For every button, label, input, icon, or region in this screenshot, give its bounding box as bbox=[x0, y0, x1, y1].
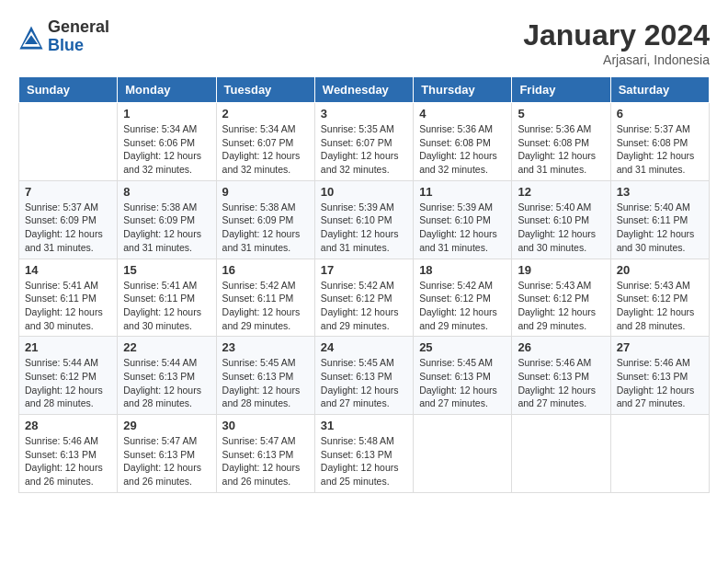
calendar-cell: 9Sunrise: 5:38 AM Sunset: 6:09 PM Daylig… bbox=[216, 180, 314, 259]
day-detail: Sunrise: 5:45 AM Sunset: 6:13 PM Dayligh… bbox=[419, 356, 506, 410]
calendar-cell: 21Sunrise: 5:44 AM Sunset: 6:12 PM Dayli… bbox=[19, 337, 118, 415]
day-number: 12 bbox=[518, 185, 604, 199]
day-number: 8 bbox=[123, 185, 210, 199]
calendar-cell bbox=[610, 415, 709, 493]
day-number: 16 bbox=[222, 263, 309, 277]
week-row-2: 7Sunrise: 5:37 AM Sunset: 6:09 PM Daylig… bbox=[19, 180, 710, 259]
day-number: 2 bbox=[222, 107, 309, 121]
calendar-cell bbox=[512, 415, 610, 493]
logo: General Blue bbox=[18, 18, 109, 55]
day-detail: Sunrise: 5:41 AM Sunset: 6:11 PM Dayligh… bbox=[25, 279, 111, 333]
logo-text: General Blue bbox=[48, 18, 109, 55]
day-detail: Sunrise: 5:42 AM Sunset: 6:11 PM Dayligh… bbox=[222, 279, 309, 333]
calendar-cell: 29Sunrise: 5:47 AM Sunset: 6:13 PM Dayli… bbox=[118, 415, 216, 493]
day-header-saturday: Saturday bbox=[610, 77, 709, 103]
title-block: January 2024 Arjasari, Indonesia bbox=[523, 18, 710, 67]
day-detail: Sunrise: 5:39 AM Sunset: 6:10 PM Dayligh… bbox=[419, 201, 506, 255]
calendar-cell: 24Sunrise: 5:45 AM Sunset: 6:13 PM Dayli… bbox=[314, 337, 413, 415]
day-number: 30 bbox=[222, 419, 309, 432]
day-detail: Sunrise: 5:42 AM Sunset: 6:12 PM Dayligh… bbox=[321, 279, 407, 333]
day-header-thursday: Thursday bbox=[414, 77, 512, 103]
day-number: 23 bbox=[222, 340, 309, 354]
calendar-cell: 1Sunrise: 5:34 AM Sunset: 6:06 PM Daylig… bbox=[118, 103, 216, 181]
calendar-cell: 15Sunrise: 5:41 AM Sunset: 6:11 PM Dayli… bbox=[118, 259, 216, 337]
logo-blue: Blue bbox=[48, 37, 109, 55]
logo-general: General bbox=[48, 18, 109, 37]
calendar-table: SundayMondayTuesdayWednesdayThursdayFrid… bbox=[18, 76, 710, 493]
day-detail: Sunrise: 5:34 AM Sunset: 6:06 PM Dayligh… bbox=[123, 122, 210, 177]
day-detail: Sunrise: 5:43 AM Sunset: 6:12 PM Dayligh… bbox=[518, 279, 604, 333]
calendar-cell: 6Sunrise: 5:37 AM Sunset: 6:08 PM Daylig… bbox=[610, 103, 709, 181]
day-number: 19 bbox=[518, 263, 604, 277]
day-number: 18 bbox=[419, 263, 506, 277]
week-row-3: 14Sunrise: 5:41 AM Sunset: 6:11 PM Dayli… bbox=[19, 259, 710, 337]
calendar-cell: 16Sunrise: 5:42 AM Sunset: 6:11 PM Dayli… bbox=[216, 259, 314, 337]
day-header-monday: Monday bbox=[118, 77, 216, 103]
day-detail: Sunrise: 5:38 AM Sunset: 6:09 PM Dayligh… bbox=[222, 201, 309, 255]
calendar-cell: 23Sunrise: 5:45 AM Sunset: 6:13 PM Dayli… bbox=[216, 337, 314, 415]
calendar-cell: 3Sunrise: 5:35 AM Sunset: 6:07 PM Daylig… bbox=[314, 103, 413, 181]
calendar-cell: 26Sunrise: 5:46 AM Sunset: 6:13 PM Dayli… bbox=[512, 337, 610, 415]
day-detail: Sunrise: 5:44 AM Sunset: 6:13 PM Dayligh… bbox=[123, 356, 210, 410]
day-detail: Sunrise: 5:40 AM Sunset: 6:10 PM Dayligh… bbox=[518, 201, 604, 255]
day-detail: Sunrise: 5:44 AM Sunset: 6:12 PM Dayligh… bbox=[25, 356, 111, 410]
day-header-friday: Friday bbox=[512, 77, 610, 103]
calendar-cell bbox=[19, 103, 118, 181]
day-number: 14 bbox=[25, 263, 111, 277]
day-detail: Sunrise: 5:39 AM Sunset: 6:10 PM Dayligh… bbox=[321, 201, 407, 255]
day-number: 21 bbox=[25, 340, 111, 354]
week-row-5: 28Sunrise: 5:46 AM Sunset: 6:13 PM Dayli… bbox=[19, 415, 710, 493]
calendar-cell: 8Sunrise: 5:38 AM Sunset: 6:09 PM Daylig… bbox=[118, 180, 216, 259]
calendar-cell: 14Sunrise: 5:41 AM Sunset: 6:11 PM Dayli… bbox=[19, 259, 118, 337]
day-number: 1 bbox=[123, 107, 210, 121]
day-detail: Sunrise: 5:48 AM Sunset: 6:13 PM Dayligh… bbox=[321, 434, 407, 488]
calendar-cell: 12Sunrise: 5:40 AM Sunset: 6:10 PM Dayli… bbox=[512, 180, 610, 259]
calendar-cell: 11Sunrise: 5:39 AM Sunset: 6:10 PM Dayli… bbox=[414, 180, 512, 259]
day-detail: Sunrise: 5:34 AM Sunset: 6:07 PM Dayligh… bbox=[222, 122, 309, 177]
day-detail: Sunrise: 5:38 AM Sunset: 6:09 PM Dayligh… bbox=[123, 201, 210, 255]
day-detail: Sunrise: 5:35 AM Sunset: 6:07 PM Dayligh… bbox=[321, 122, 407, 177]
day-detail: Sunrise: 5:40 AM Sunset: 6:11 PM Dayligh… bbox=[617, 201, 703, 255]
day-number: 22 bbox=[123, 340, 210, 354]
day-detail: Sunrise: 5:46 AM Sunset: 6:13 PM Dayligh… bbox=[25, 434, 111, 488]
calendar-cell: 27Sunrise: 5:46 AM Sunset: 6:13 PM Dayli… bbox=[610, 337, 709, 415]
day-number: 7 bbox=[25, 185, 111, 199]
calendar-cell: 17Sunrise: 5:42 AM Sunset: 6:12 PM Dayli… bbox=[314, 259, 413, 337]
day-detail: Sunrise: 5:36 AM Sunset: 6:08 PM Dayligh… bbox=[518, 122, 604, 177]
day-detail: Sunrise: 5:37 AM Sunset: 6:09 PM Dayligh… bbox=[25, 201, 111, 255]
day-header-wednesday: Wednesday bbox=[314, 77, 413, 103]
calendar-cell: 10Sunrise: 5:39 AM Sunset: 6:10 PM Dayli… bbox=[314, 180, 413, 259]
calendar-cell: 4Sunrise: 5:36 AM Sunset: 6:08 PM Daylig… bbox=[414, 103, 512, 181]
day-detail: Sunrise: 5:37 AM Sunset: 6:08 PM Dayligh… bbox=[617, 122, 703, 177]
day-number: 13 bbox=[617, 185, 703, 199]
calendar-header-row: SundayMondayTuesdayWednesdayThursdayFrid… bbox=[19, 77, 710, 103]
location: Arjasari, Indonesia bbox=[523, 52, 710, 67]
month-title: January 2024 bbox=[523, 18, 710, 52]
day-number: 5 bbox=[518, 107, 604, 121]
week-row-1: 1Sunrise: 5:34 AM Sunset: 6:06 PM Daylig… bbox=[19, 103, 710, 181]
calendar-cell: 31Sunrise: 5:48 AM Sunset: 6:13 PM Dayli… bbox=[314, 415, 413, 493]
calendar-body: 1Sunrise: 5:34 AM Sunset: 6:06 PM Daylig… bbox=[19, 103, 710, 493]
day-number: 20 bbox=[617, 263, 703, 277]
day-detail: Sunrise: 5:46 AM Sunset: 6:13 PM Dayligh… bbox=[617, 356, 703, 410]
page-header: General Blue January 2024 Arjasari, Indo… bbox=[18, 18, 710, 67]
day-detail: Sunrise: 5:42 AM Sunset: 6:12 PM Dayligh… bbox=[419, 279, 506, 333]
day-number: 26 bbox=[518, 340, 604, 354]
day-header-sunday: Sunday bbox=[19, 77, 118, 103]
calendar-cell: 13Sunrise: 5:40 AM Sunset: 6:11 PM Dayli… bbox=[610, 180, 709, 259]
day-detail: Sunrise: 5:36 AM Sunset: 6:08 PM Dayligh… bbox=[419, 122, 506, 177]
day-number: 28 bbox=[25, 419, 111, 432]
calendar-cell: 5Sunrise: 5:36 AM Sunset: 6:08 PM Daylig… bbox=[512, 103, 610, 181]
calendar-cell: 25Sunrise: 5:45 AM Sunset: 6:13 PM Dayli… bbox=[414, 337, 512, 415]
calendar-cell: 22Sunrise: 5:44 AM Sunset: 6:13 PM Dayli… bbox=[118, 337, 216, 415]
day-detail: Sunrise: 5:41 AM Sunset: 6:11 PM Dayligh… bbox=[123, 279, 210, 333]
calendar-cell: 18Sunrise: 5:42 AM Sunset: 6:12 PM Dayli… bbox=[414, 259, 512, 337]
day-number: 4 bbox=[419, 107, 506, 121]
day-number: 11 bbox=[419, 185, 506, 199]
day-number: 3 bbox=[321, 107, 407, 121]
calendar-cell: 20Sunrise: 5:43 AM Sunset: 6:12 PM Dayli… bbox=[610, 259, 709, 337]
calendar-cell: 28Sunrise: 5:46 AM Sunset: 6:13 PM Dayli… bbox=[19, 415, 118, 493]
day-number: 6 bbox=[617, 107, 703, 121]
calendar-cell: 30Sunrise: 5:47 AM Sunset: 6:13 PM Dayli… bbox=[216, 415, 314, 493]
calendar-cell: 7Sunrise: 5:37 AM Sunset: 6:09 PM Daylig… bbox=[19, 180, 118, 259]
